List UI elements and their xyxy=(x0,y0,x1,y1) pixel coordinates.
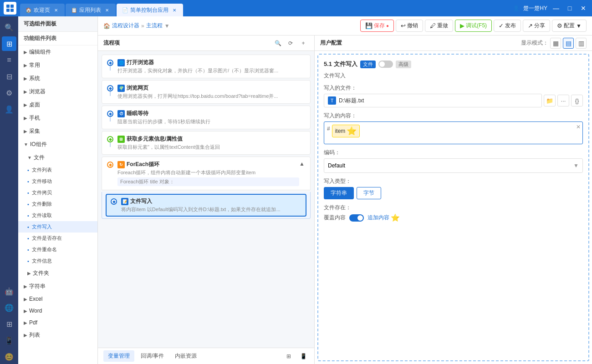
refresh-button[interactable]: ⟳ xyxy=(285,38,296,49)
sidebar-flow[interactable]: ≡ xyxy=(2,53,16,67)
type-btn-string[interactable]: 字符串 xyxy=(324,187,354,199)
tab-close-welcome[interactable]: ✕ xyxy=(53,7,59,13)
share-button[interactable]: ↗ 分享 xyxy=(523,20,550,32)
subgroup-file-header[interactable]: ▼ 文件 xyxy=(18,151,97,164)
overwrite-label: 覆盖内容 xyxy=(324,214,346,222)
tab-close-applist[interactable]: ✕ xyxy=(104,7,110,13)
item-content-3: ⏱ 睡眠等待 阻塞当前运行的步骤，等待1秒后继续执行 xyxy=(117,110,306,125)
group-edit-header[interactable]: ▶ 编辑组件 xyxy=(18,46,97,59)
breadcrumb-main[interactable]: 主流程 xyxy=(146,22,163,30)
flow-item-1[interactable]: ◆ 🌐 打开浏览器 打开浏览器，实例化对象，并执行（不）显示图片/（不）显示浏览… xyxy=(102,55,311,78)
sidebar-mobile[interactable]: 📱 xyxy=(2,333,16,348)
item-desc-3: 阻塞当前运行的步骤，等待1秒后继续执行 xyxy=(117,118,291,125)
close-icon[interactable]: ✕ xyxy=(576,124,581,130)
revoke-button[interactable]: ↩ 撤销 xyxy=(396,20,423,32)
leaf-file-write[interactable]: 文件写入 xyxy=(18,221,97,233)
add-button[interactable]: + xyxy=(298,38,309,49)
group-edit: ▶ 编辑组件 xyxy=(18,46,97,59)
group-pdf-header[interactable]: ▶ Pdf xyxy=(18,317,97,329)
bottom-windows-icon[interactable]: ⊞ xyxy=(283,351,294,362)
sidebar-components[interactable]: ⊞ xyxy=(2,36,16,51)
sidebar-search[interactable]: 🔍 xyxy=(2,20,16,35)
group-system-header[interactable]: ▶ 系统 xyxy=(18,72,97,85)
minimize-button[interactable]: — xyxy=(551,3,561,13)
exists-toggle[interactable] xyxy=(349,214,364,222)
display-mode-btn-2[interactable]: ▤ xyxy=(563,38,574,49)
group-io-header[interactable]: ▼ IO组件 xyxy=(18,138,97,151)
collapse-icon[interactable]: ▲ xyxy=(299,161,306,168)
type-buttons: 字符串 字节 xyxy=(324,187,583,199)
dots-icon-btn[interactable]: ··· xyxy=(557,95,569,106)
child-icon: 📝 xyxy=(121,198,128,205)
group-desktop-header[interactable]: ▶ 桌面 xyxy=(18,98,97,111)
group-desktop: ▶ 桌面 xyxy=(18,98,97,111)
type-btn-bytes[interactable]: 字节 xyxy=(357,187,381,199)
leaf-file-list[interactable]: 文件列表 xyxy=(18,164,97,176)
save-button[interactable]: 💾 保存 ● xyxy=(360,20,394,32)
item-title-2: 🌍 浏览网页 xyxy=(117,84,306,92)
folder-icon-btn[interactable]: 📁 xyxy=(544,95,556,106)
sidebar-globe[interactable]: 🌐 xyxy=(2,300,16,315)
leaf-file-copy[interactable]: 文件拷贝 xyxy=(18,187,97,198)
arrow-down-icon: ▼ xyxy=(27,155,32,160)
leaf-file-exists[interactable]: 文件是否存在 xyxy=(18,233,97,244)
advanced-toggle[interactable] xyxy=(378,61,393,68)
file-input[interactable]: T D:\标题.txt xyxy=(324,94,542,107)
bottom-mobile-icon[interactable]: 📱 xyxy=(298,351,309,362)
search-button[interactable]: 🔍 xyxy=(272,38,283,49)
display-mode-btn-3[interactable]: ▥ xyxy=(576,38,587,49)
tab-applist[interactable]: 📋 应用列表 ✕ xyxy=(66,4,116,16)
group-mobile-header[interactable]: ▶ 手机 xyxy=(18,111,97,125)
encoding-select[interactable]: Default ▼ xyxy=(324,158,583,173)
append-action[interactable]: 追加内容 ⭐ xyxy=(367,213,400,222)
item-title-3: ⏱ 睡眠等待 xyxy=(117,110,306,117)
foreach-child-write[interactable]: ◆ 📝 文件写入 将内容item 以Default编码写入到文件D:\标题.tx… xyxy=(106,194,306,217)
flow-item-3[interactable]: ◆ ⏱ 睡眠等待 阻塞当前运行的步骤，等待1秒后继续执行 xyxy=(102,106,311,129)
close-button[interactable]: ✕ xyxy=(578,3,588,13)
group-word-header[interactable]: ▶ Word xyxy=(18,305,97,317)
tab-welcome[interactable]: 🏠 欢迎页 ✕ xyxy=(20,4,65,16)
tab-resources[interactable]: 内嵌资源 xyxy=(170,350,201,362)
save-icon: 💾 xyxy=(365,22,373,29)
group-string-header[interactable]: ▶ 字符串 xyxy=(18,280,97,293)
redo-button[interactable]: 🖊 重做 xyxy=(425,20,453,32)
group-collect-header[interactable]: ▶ 采集 xyxy=(18,125,97,138)
breadcrumb-designer[interactable]: 流程设计器 xyxy=(112,22,139,30)
foreach-header[interactable]: ◆ ↻ ForEach循环 Foreach循环，组件内将自动新建一个本级循环内局… xyxy=(102,157,311,190)
leaf-file-delete[interactable]: 文件删除 xyxy=(18,198,97,210)
leaf-file-rename[interactable]: 文件重命名 xyxy=(18,244,97,255)
sidebar-windows[interactable]: ⊞ xyxy=(2,317,16,331)
t-tag: T xyxy=(328,96,336,105)
leaf-file-move[interactable]: 文件移动 xyxy=(18,176,97,187)
flow-item-4[interactable]: ◆ ⊞ 获取多元素信息/属性值 获取目标元素"，以属性textContent值集… xyxy=(102,131,311,155)
badge-advanced: 高级 xyxy=(396,61,411,68)
tab-close-app[interactable]: ✕ xyxy=(171,7,178,13)
display-mode-btn-1[interactable]: ▦ xyxy=(550,38,561,49)
sidebar-data[interactable]: ⊟ xyxy=(2,69,16,84)
group-excel-header[interactable]: ▶ Excel xyxy=(18,293,97,305)
tab-app[interactable]: 📄 简单控制台应用 ✕ xyxy=(117,4,183,16)
sidebar-help[interactable]: 😊 xyxy=(2,349,16,364)
panel-title: 可选组件面板 xyxy=(18,16,97,32)
leaf-file-read[interactable]: 文件读取 xyxy=(18,210,97,221)
toolbar: 🏠 流程设计器 » 主流程 ▼ 💾 保存 ● ↩ 撤销 🖊 重做 xyxy=(98,16,592,35)
publish-button[interactable]: ✓ 发布 xyxy=(494,20,521,32)
sidebar-user[interactable]: 👤 xyxy=(2,102,16,116)
braces-icon-btn[interactable]: {} xyxy=(571,95,583,106)
sidebar-settings[interactable]: ⚙ xyxy=(2,86,16,100)
group-browser-header[interactable]: ▶ 浏览器 xyxy=(18,85,97,98)
tab-callback[interactable]: 回调/事件 xyxy=(136,350,168,362)
debug-button[interactable]: ▶ 调试(F5) xyxy=(455,20,492,32)
leaf-file-info[interactable]: 文件信息 xyxy=(18,255,97,267)
sidebar-bot[interactable]: 🤖 xyxy=(2,284,16,298)
tab-variables[interactable]: 变量管理 xyxy=(103,350,134,362)
config-button[interactable]: ⚙ 配置 ▼ xyxy=(552,20,587,32)
group-common-header[interactable]: ▶ 常用 xyxy=(18,59,97,72)
subgroup-folder-header[interactable]: ▶ 文件夹 xyxy=(18,267,97,280)
group-list-header[interactable]: ▶ 列表 xyxy=(18,329,97,342)
content-label: 写入的内容： xyxy=(324,112,583,120)
dot-1: ◆ xyxy=(107,60,113,66)
maximize-button[interactable]: □ xyxy=(565,3,575,13)
flow-item-2[interactable]: ◆ 🌍 浏览网页 使用浏览器实例，打开网址https://top.baidu.c… xyxy=(102,80,311,104)
content-textarea[interactable]: # item ⭐ ✕ xyxy=(324,121,583,144)
